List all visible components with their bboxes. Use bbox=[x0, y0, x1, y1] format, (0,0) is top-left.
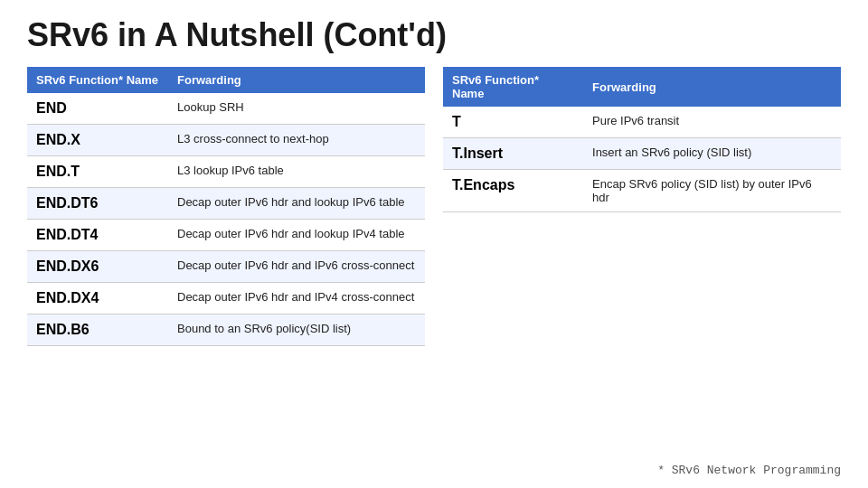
right-table-row: T.InsertInsert an SRv6 policy (SID list) bbox=[443, 138, 841, 170]
left-forwarding-desc: Decap outer IPv6 hdr and IPv6 cross-conn… bbox=[168, 251, 425, 283]
right-table-header-row: SRv6 Function* Name Forwarding bbox=[443, 67, 841, 107]
footer-note: * SRv6 Network Programming bbox=[657, 464, 841, 477]
left-forwarding-desc: Lookup SRH bbox=[168, 93, 425, 125]
right-func-name: T.Encaps bbox=[443, 170, 583, 212]
left-table-row: END.DX4Decap outer IPv6 hdr and IPv4 cro… bbox=[27, 283, 425, 314]
left-func-name: END.DT6 bbox=[27, 188, 168, 220]
left-table-row: ENDLookup SRH bbox=[27, 93, 425, 125]
left-forwarding-desc: Bound to an SRv6 policy(SID list) bbox=[168, 314, 425, 346]
left-forwarding-desc: L3 cross-connect to next-hop bbox=[168, 125, 425, 156]
left-col2-header: Forwarding bbox=[168, 67, 425, 93]
right-table-row: T.EncapsEncap SRv6 policy (SID list) by … bbox=[443, 170, 841, 212]
left-table-row: END.TL3 lookup IPv6 table bbox=[27, 156, 425, 188]
right-func-name: T.Insert bbox=[443, 138, 583, 170]
left-table-row: END.DT6Decap outer IPv6 hdr and lookup I… bbox=[27, 188, 425, 220]
left-table-wrapper: SRv6 Function* Name Forwarding ENDLookup… bbox=[27, 67, 425, 346]
left-func-name: END.B6 bbox=[27, 314, 168, 346]
right-col1-header: SRv6 Function* Name bbox=[443, 67, 583, 107]
left-col1-header: SRv6 Function* Name bbox=[27, 67, 168, 93]
right-col2-header: Forwarding bbox=[583, 67, 841, 107]
right-forwarding-desc: Insert an SRv6 policy (SID list) bbox=[583, 138, 841, 170]
left-func-name: END.DX4 bbox=[27, 283, 168, 314]
page-title: SRv6 in A Nutshell (Cont'd) bbox=[0, 0, 868, 67]
right-table: SRv6 Function* Name Forwarding TPure IPv… bbox=[443, 67, 841, 212]
left-func-name: END.DX6 bbox=[27, 251, 168, 283]
right-forwarding-desc: Pure IPv6 transit bbox=[583, 107, 841, 138]
left-table-row: END.XL3 cross-connect to next-hop bbox=[27, 125, 425, 156]
left-forwarding-desc: Decap outer IPv6 hdr and IPv4 cross-conn… bbox=[168, 283, 425, 314]
left-table-row: END.DX6Decap outer IPv6 hdr and IPv6 cro… bbox=[27, 251, 425, 283]
left-func-name: END.X bbox=[27, 125, 168, 156]
left-table: SRv6 Function* Name Forwarding ENDLookup… bbox=[27, 67, 425, 346]
left-forwarding-desc: L3 lookup IPv6 table bbox=[168, 156, 425, 188]
right-table-row: TPure IPv6 transit bbox=[443, 107, 841, 138]
left-func-name: END bbox=[27, 93, 168, 125]
tables-container: SRv6 Function* Name Forwarding ENDLookup… bbox=[0, 67, 868, 346]
left-forwarding-desc: Decap outer IPv6 hdr and lookup IPv4 tab… bbox=[168, 220, 425, 251]
left-func-name: END.DT4 bbox=[27, 220, 168, 251]
left-table-row: END.DT4Decap outer IPv6 hdr and lookup I… bbox=[27, 220, 425, 251]
left-func-name: END.T bbox=[27, 156, 168, 188]
left-forwarding-desc: Decap outer IPv6 hdr and lookup IPv6 tab… bbox=[168, 188, 425, 220]
right-func-name: T bbox=[443, 107, 583, 138]
right-forwarding-desc: Encap SRv6 policy (SID list) by outer IP… bbox=[583, 170, 841, 212]
left-table-row: END.B6Bound to an SRv6 policy(SID list) bbox=[27, 314, 425, 346]
left-table-header-row: SRv6 Function* Name Forwarding bbox=[27, 67, 425, 93]
right-table-wrapper: SRv6 Function* Name Forwarding TPure IPv… bbox=[443, 67, 841, 346]
